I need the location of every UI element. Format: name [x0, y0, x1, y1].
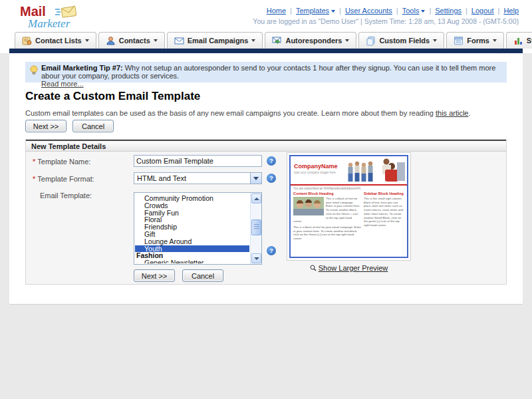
tab-label: Stats — [527, 37, 532, 45]
email-campaigns-icon — [174, 36, 184, 46]
cancel-button-bottom[interactable]: Cancel — [182, 269, 223, 282]
preview-content-heading: Content Block Heading — [293, 192, 361, 196]
nav-link-user-accounts[interactable]: User Accounts — [345, 7, 392, 15]
bottom-button-row: Next >> Cancel — [134, 269, 229, 282]
tab-stats[interactable]: Stats — [506, 32, 532, 49]
nav-separator: | — [339, 7, 341, 15]
preview-sidebar-heading: Sidebar Block Heading — [364, 192, 404, 196]
custom-fields-icon — [366, 36, 376, 46]
email-template-listbox[interactable]: Community PromotionCrowdsFamily FunFlora… — [134, 192, 262, 265]
tab-autoresponders[interactable]: Autoresponders — [265, 32, 356, 49]
help-icon-template-name[interactable]: ? — [267, 156, 276, 166]
tab-label: Contacts — [119, 37, 150, 45]
tip-banner: Email Marketing Tip #7: Why not setup an… — [25, 62, 507, 82]
tab-label: Autoresponders — [285, 37, 342, 45]
preview-subscribed-line: You are subscribed as %%NameEmailAddress… — [291, 186, 407, 191]
template-name-label-row: *Template Name: — [33, 158, 90, 166]
preview-people-image — [345, 157, 406, 185]
nav-link-templates[interactable]: Templates — [296, 7, 329, 15]
template-format-select[interactable]: HTML and Text — [134, 172, 262, 184]
tab-label: Email Campaigns — [188, 37, 249, 45]
page-title: Create a Custom Email Template — [25, 90, 200, 103]
scroll-down-icon[interactable] — [251, 253, 261, 263]
help-icon-template-format[interactable]: ? — [267, 174, 276, 183]
chevron-down-icon — [85, 39, 89, 42]
show-larger-preview-label: Show Larger Preview — [319, 264, 388, 272]
tabbar-underline — [9, 49, 523, 53]
nav-separator: | — [429, 7, 431, 15]
template-format-value: HTML and Text — [137, 174, 186, 182]
listbox-option-lounge-around[interactable]: Lounge Around — [135, 238, 249, 245]
forms-icon — [454, 36, 464, 46]
next-button-bottom[interactable]: Next >> — [134, 269, 175, 282]
magnifier-icon — [310, 265, 317, 271]
nav-link-tools[interactable]: Tools — [402, 7, 420, 15]
preview-content-text2: This is a block of text for your email c… — [293, 225, 361, 241]
template-format-label: Template Format: — [37, 175, 94, 183]
scrollbar-thumb[interactable] — [251, 219, 261, 235]
chevron-down-icon[interactable] — [250, 173, 261, 184]
tab-contacts[interactable]: Contacts — [98, 32, 165, 49]
tip-label: Email Marketing Tip #7: — [41, 64, 123, 72]
new-template-details-panel: New Template Details *Template Name: ? *… — [25, 139, 507, 285]
chevron-down-icon[interactable] — [331, 10, 335, 13]
tab-email-campaigns[interactable]: Email Campaigns — [167, 32, 263, 49]
cancel-button-top[interactable]: Cancel — [72, 120, 114, 132]
nav-separator: | — [290, 7, 292, 15]
preview-content-photo — [293, 197, 324, 217]
login-status: You are logged in as "Demo User" | Syste… — [253, 17, 519, 25]
autoresponders-icon — [272, 36, 282, 46]
chevron-down-icon[interactable] — [421, 10, 425, 13]
chevron-down-icon — [493, 39, 497, 42]
template-preview-panel: CompanyName type your company slogan her… — [287, 152, 411, 261]
chevron-down-icon — [154, 39, 158, 42]
chevron-down-icon — [251, 39, 255, 42]
listbox-scrollbar[interactable] — [250, 193, 261, 264]
show-larger-preview-link[interactable]: Show Larger Preview — [310, 264, 388, 272]
chevron-down-icon — [433, 39, 437, 42]
preview-slogan: type your company slogan here — [294, 171, 336, 174]
envelope-logo-icon — [55, 5, 77, 20]
email-template-label: Email Template: — [40, 192, 92, 200]
listbox-option-generic-newsletter[interactable]: Generic Newsletter — [135, 259, 249, 263]
app-root: Mail Marketer Home|Templates|User Accoun… — [0, 0, 532, 399]
read-more-link[interactable]: Read more... — [41, 80, 84, 88]
tab-forms[interactable]: Forms — [446, 32, 504, 49]
preview-content-column: Content Block Heading This — [293, 192, 364, 241]
next-button-top[interactable]: Next >> — [25, 120, 66, 132]
tab-label: Custom Fields — [379, 37, 430, 45]
nav-link-logout[interactable]: Logout — [471, 7, 494, 15]
nav-link-settings[interactable]: Settings — [435, 7, 462, 15]
page-description-period: . — [468, 109, 470, 117]
show-larger-preview: Show Larger Preview — [287, 264, 411, 272]
tab-custom-fields[interactable]: Custom Fields — [358, 32, 444, 49]
required-asterisk: * — [33, 158, 35, 166]
preview-columns: Content Block Heading This — [291, 191, 407, 241]
help-icon-email-template[interactable]: ? — [267, 246, 276, 255]
stats-icon — [513, 36, 523, 46]
nav-separator: | — [396, 7, 398, 15]
required-asterisk: * — [33, 175, 35, 183]
tab-contact-lists[interactable]: Contact Lists — [15, 32, 96, 49]
page-description: Custom email templates can be used as th… — [25, 109, 471, 117]
template-preview-thumbnail: CompanyName type your company slogan her… — [289, 155, 408, 258]
nav-link-help[interactable]: Help — [503, 7, 519, 15]
template-name-input[interactable] — [134, 155, 262, 167]
lightbulb-icon — [29, 65, 39, 77]
nav-separator: | — [498, 7, 500, 15]
scroll-up-icon[interactable] — [251, 194, 261, 203]
nav-link-home[interactable]: Home — [267, 7, 286, 15]
top-button-row: Next >> Cancel — [25, 120, 118, 132]
chevron-down-icon — [345, 39, 349, 42]
listbox-option-crowds[interactable]: Crowds — [135, 202, 249, 209]
preview-sidebar-text: This is the small right column block of … — [364, 197, 404, 227]
tab-label: Forms — [467, 37, 489, 45]
preview-header: CompanyName type your company slogan her… — [291, 156, 407, 184]
section-header: New Template Details — [26, 140, 506, 152]
header-nav: Home|Templates|User Accounts|Tools|Setti… — [267, 7, 519, 15]
nav-separator: | — [466, 7, 467, 15]
template-name-label: Template Name: — [37, 158, 90, 166]
main-tabbar: Contact ListsContactsEmail CampaignsAuto… — [15, 32, 532, 49]
content-card: Email Marketing Tip #7: Why not setup an… — [9, 53, 523, 305]
this-article-link[interactable]: this article — [436, 109, 469, 117]
